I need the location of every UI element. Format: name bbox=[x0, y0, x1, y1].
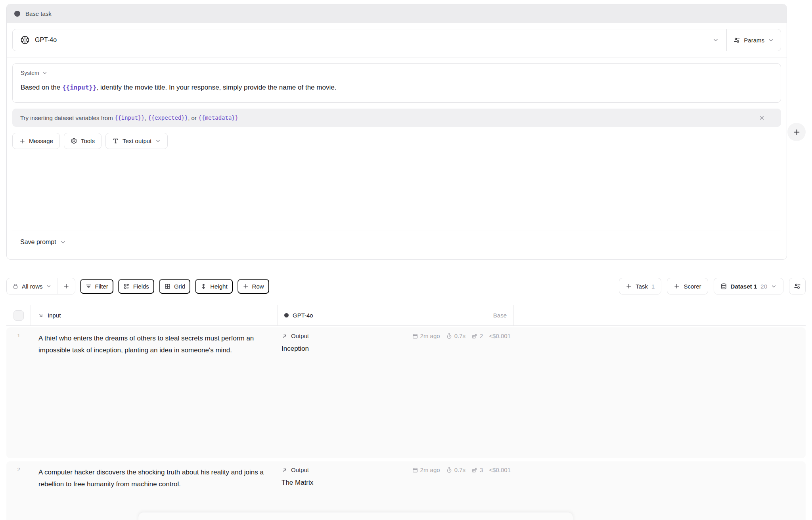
add-task-column-button[interactable] bbox=[787, 123, 806, 141]
tokens-value: 3 bbox=[480, 466, 483, 473]
model-select: GPT-4o Params bbox=[12, 29, 781, 51]
table-settings-button[interactable] bbox=[789, 278, 806, 294]
tokens-icon bbox=[471, 333, 478, 339]
latency-stat: 0.7s bbox=[446, 333, 465, 339]
output-type-button[interactable]: Text output bbox=[105, 133, 168, 149]
plus-icon bbox=[19, 138, 25, 144]
prompt-card-footer: Save prompt bbox=[12, 231, 781, 253]
input-cell[interactable]: A computer hacker discovers the shocking… bbox=[38, 466, 276, 490]
role-selector[interactable]: System bbox=[21, 70, 48, 76]
chevron-down-icon bbox=[768, 37, 774, 43]
grid-button[interactable]: Grid bbox=[159, 279, 190, 294]
model-column-header[interactable]: GPT-4o Base bbox=[278, 305, 514, 325]
model-column-label: GPT-4o bbox=[293, 312, 313, 319]
dataset-dropdown[interactable]: Dataset 1 20 bbox=[714, 278, 783, 294]
model-dropdown[interactable]: GPT-4o bbox=[13, 29, 726, 51]
timestamp-stat: 2m ago bbox=[412, 333, 440, 339]
output-cell[interactable]: Output 2m ago 0.7s 2 <$0.001 bbox=[282, 333, 511, 354]
plus-icon bbox=[674, 283, 680, 289]
toolbar-right-group: Task 1 Scorer Dataset 1 20 bbox=[619, 278, 806, 294]
fields-button[interactable]: Fields bbox=[118, 279, 154, 294]
cost-value: <$0.001 bbox=[489, 466, 511, 473]
filter-button[interactable]: Filter bbox=[80, 279, 113, 294]
input-column-label: Input bbox=[48, 312, 61, 319]
add-task-label: Task bbox=[636, 283, 648, 290]
all-rows-dropdown[interactable]: All rows bbox=[7, 278, 57, 294]
cost-stat: <$0.001 bbox=[489, 333, 511, 339]
output-label: Output bbox=[291, 466, 309, 473]
all-rows-label: All rows bbox=[22, 283, 43, 290]
latency-value: 0.7s bbox=[454, 466, 465, 473]
tools-icon bbox=[71, 138, 77, 144]
prompt-editor-card: Base task GPT-4o Params System Based on … bbox=[6, 4, 787, 260]
tools-button[interactable]: Tools bbox=[64, 133, 102, 149]
output-label: Output bbox=[291, 333, 309, 339]
tokens-value: 2 bbox=[480, 333, 483, 339]
hint-variable-expected[interactable]: {{expected}} bbox=[148, 115, 188, 121]
add-row-button[interactable]: Row bbox=[237, 279, 269, 294]
system-message-block[interactable]: System Based on the {{input}}, identify … bbox=[12, 63, 781, 103]
save-prompt-button[interactable]: Save prompt bbox=[20, 239, 66, 246]
tokens-stat: 2 bbox=[471, 333, 483, 339]
prompt-text-segment: , identify the movie title. In your resp… bbox=[97, 84, 337, 91]
text-type-icon bbox=[112, 138, 119, 144]
latency-stat: 0.7s bbox=[446, 466, 465, 473]
toolbar-left-group: All rows Filter Fields Grid Height Row bbox=[6, 278, 269, 294]
chevron-down-icon bbox=[60, 239, 66, 245]
output-label-group: Output bbox=[282, 466, 309, 473]
add-message-button[interactable]: Message bbox=[12, 133, 60, 149]
add-scorer-button[interactable]: Scorer bbox=[667, 278, 708, 294]
filter-icon bbox=[85, 283, 92, 290]
chevron-down-icon bbox=[155, 138, 161, 144]
output-label-group: Output bbox=[282, 333, 309, 339]
grid-label: Grid bbox=[174, 283, 185, 290]
task-count-badge: 1 bbox=[651, 283, 655, 290]
close-hint-button[interactable] bbox=[757, 99, 773, 136]
fields-label: Fields bbox=[133, 283, 149, 290]
prompt-editor-area: System Based on the {{input}}, identify … bbox=[7, 57, 787, 259]
input-cell[interactable]: A thief who enters the dreams of others … bbox=[38, 333, 276, 356]
row-number: 1 bbox=[6, 333, 31, 338]
fields-icon bbox=[123, 283, 130, 290]
hint-variable-metadata[interactable]: {{metadata}} bbox=[198, 115, 238, 121]
table-header: Input GPT-4o Base bbox=[6, 305, 806, 326]
output-cell[interactable]: Output 2m ago 0.7s 3 <$0.001 bbox=[282, 466, 511, 488]
input-column-header[interactable]: Input bbox=[31, 305, 278, 325]
height-button[interactable]: Height bbox=[195, 279, 232, 294]
system-prompt-text[interactable]: Based on the {{input}}, identify the mov… bbox=[21, 82, 773, 93]
lock-icon bbox=[12, 283, 19, 289]
variant-label: Base bbox=[493, 312, 507, 319]
database-icon bbox=[720, 283, 727, 290]
add-task-button[interactable]: Task 1 bbox=[619, 278, 661, 294]
add-row-label: Row bbox=[252, 283, 264, 290]
run-stats: 2m ago 0.7s 2 <$0.001 bbox=[412, 333, 511, 339]
prompt-text-segment: Based on the bbox=[21, 84, 62, 91]
close-icon bbox=[758, 115, 765, 121]
model-name: GPT-4o bbox=[35, 36, 707, 44]
select-all-cell bbox=[6, 305, 31, 325]
params-label: Params bbox=[744, 37, 764, 44]
plus-icon bbox=[626, 283, 632, 289]
table-row[interactable]: 1 A thief who enters the dreams of other… bbox=[6, 327, 806, 458]
add-message-label: Message bbox=[29, 138, 53, 144]
stopwatch-icon bbox=[446, 467, 452, 473]
bottom-sheet-peek[interactable] bbox=[138, 512, 573, 520]
task-status-dot bbox=[14, 11, 20, 17]
stopwatch-icon bbox=[446, 333, 452, 339]
timestamp-stat: 2m ago bbox=[412, 466, 440, 473]
table-row[interactable]: 2 A computer hacker discovers the shocki… bbox=[6, 461, 806, 520]
openai-logo-icon bbox=[20, 35, 30, 45]
hint-text: Try inserting dataset variables from bbox=[20, 115, 115, 121]
model-column-dot bbox=[284, 313, 289, 317]
hint-variable-input[interactable]: {{input}} bbox=[115, 115, 145, 121]
chevron-down-icon bbox=[46, 283, 52, 289]
task-header: Base task bbox=[7, 4, 787, 23]
add-view-button[interactable] bbox=[57, 278, 75, 294]
select-all-checkbox[interactable] bbox=[13, 310, 24, 321]
rows-scope-group: All rows bbox=[6, 278, 75, 294]
hint-text: , or bbox=[188, 115, 198, 121]
timestamp-value: 2m ago bbox=[420, 333, 440, 339]
role-label: System bbox=[21, 70, 39, 76]
params-button[interactable]: Params bbox=[726, 29, 781, 51]
output-type-label: Text output bbox=[123, 138, 151, 144]
